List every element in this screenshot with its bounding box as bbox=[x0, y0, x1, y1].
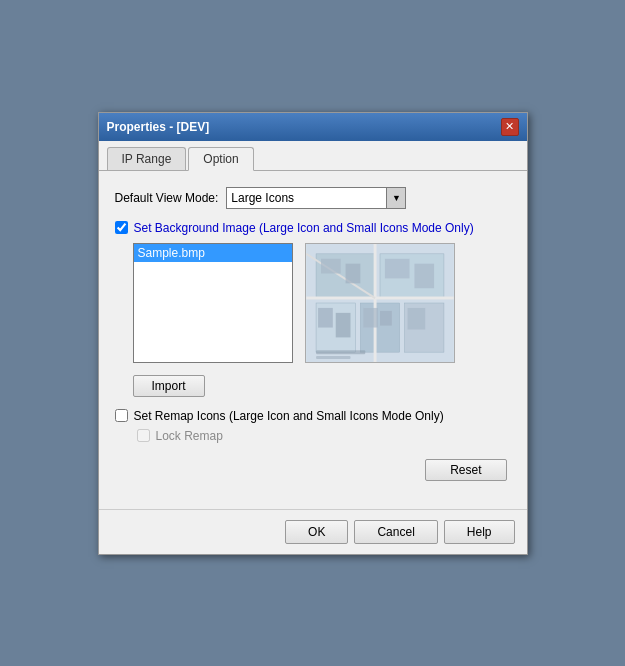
set-background-label: Set Background Image (Large Icon and Sma… bbox=[134, 221, 474, 235]
file-listbox[interactable]: Sample.bmp bbox=[133, 243, 293, 363]
svg-rect-18 bbox=[316, 350, 365, 354]
default-view-mode-select[interactable]: Large Icons Small Icons List Details bbox=[226, 187, 406, 209]
svg-rect-15 bbox=[363, 307, 378, 327]
svg-rect-12 bbox=[414, 263, 434, 288]
list-item[interactable]: Sample.bmp bbox=[134, 244, 292, 262]
set-background-checkbox[interactable] bbox=[115, 221, 128, 234]
reset-button[interactable]: Reset bbox=[425, 459, 506, 481]
svg-rect-19 bbox=[316, 356, 350, 359]
import-button[interactable]: Import bbox=[133, 375, 205, 397]
cancel-button[interactable]: Cancel bbox=[354, 520, 437, 544]
svg-rect-17 bbox=[407, 307, 425, 329]
svg-rect-14 bbox=[335, 312, 350, 337]
ok-button[interactable]: OK bbox=[285, 520, 348, 544]
svg-rect-10 bbox=[345, 263, 360, 283]
svg-rect-11 bbox=[384, 258, 409, 278]
dialog-content: Default View Mode: Large Icons Small Ico… bbox=[99, 171, 527, 509]
set-remap-checkbox[interactable] bbox=[115, 409, 128, 422]
set-remap-label: Set Remap Icons (Large Icon and Small Ic… bbox=[134, 409, 444, 423]
dialog-window: Properties - [DEV] ✕ IP Range Option Def… bbox=[98, 112, 528, 555]
set-background-row: Set Background Image (Large Icon and Sma… bbox=[115, 221, 511, 235]
dropdown-wrapper: Large Icons Small Icons List Details ▼ bbox=[226, 187, 406, 209]
bottom-bar: OK Cancel Help bbox=[99, 509, 527, 554]
reset-button-row: Reset bbox=[115, 459, 511, 481]
svg-rect-16 bbox=[380, 310, 392, 325]
svg-rect-9 bbox=[321, 258, 341, 273]
title-bar: Properties - [DEV] ✕ bbox=[99, 113, 527, 141]
set-remap-row: Set Remap Icons (Large Icon and Small Ic… bbox=[115, 409, 511, 423]
lock-remap-row: Lock Remap bbox=[115, 429, 511, 443]
title-bar-text: Properties - [DEV] bbox=[107, 120, 210, 134]
image-section: Sample.bmp bbox=[115, 243, 511, 363]
svg-rect-13 bbox=[318, 307, 333, 327]
lock-remap-checkbox[interactable] bbox=[137, 429, 150, 442]
tab-option[interactable]: Option bbox=[188, 147, 253, 171]
help-button[interactable]: Help bbox=[444, 520, 515, 544]
close-button[interactable]: ✕ bbox=[501, 118, 519, 136]
default-view-mode-row: Default View Mode: Large Icons Small Ico… bbox=[115, 187, 511, 209]
default-view-mode-label: Default View Mode: bbox=[115, 191, 219, 205]
image-preview bbox=[305, 243, 455, 363]
lock-remap-label: Lock Remap bbox=[156, 429, 223, 443]
tab-bar: IP Range Option bbox=[99, 141, 527, 171]
tab-ip-range[interactable]: IP Range bbox=[107, 147, 187, 170]
